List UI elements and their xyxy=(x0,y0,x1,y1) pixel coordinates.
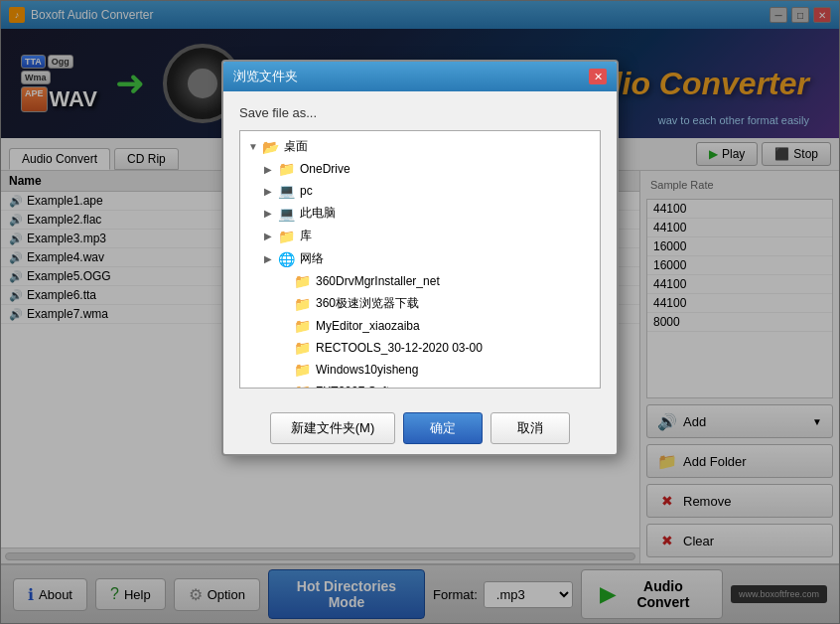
tree-label: ZXT2007 Software xyxy=(316,385,415,389)
folder-icon: 📁 xyxy=(294,318,311,334)
tree-item-desktop[interactable]: ▼ 📂 桌面 xyxy=(240,135,600,158)
tree-arrow: ▶ xyxy=(264,253,274,264)
tree-item-onedrive[interactable]: ▶ 📁 OneDrive xyxy=(240,158,600,180)
dialog-titlebar: 浏览文件夹 ✕ xyxy=(223,62,617,91)
library-icon: 📁 xyxy=(278,229,295,244)
folder-icon: 📁 xyxy=(294,384,311,389)
new-folder-button[interactable]: 新建文件夹(M) xyxy=(270,412,396,444)
tree-arrow: ▶ xyxy=(264,231,274,241)
dialog-overlay: 浏览文件夹 ✕ Save file as... ▼ 📂 桌面 ▶ 📁 xyxy=(0,0,840,624)
tree-label: 桌面 xyxy=(284,138,308,155)
tree-arrow: ▶ xyxy=(264,208,274,219)
ok-button[interactable]: 确定 xyxy=(403,412,483,444)
tree-item-360drv[interactable]: 📁 360DrvMgrInstaller_net xyxy=(240,270,600,292)
desktop-folder-icon: 📂 xyxy=(262,139,279,155)
browse-folder-dialog: 浏览文件夹 ✕ Save file as... ▼ 📂 桌面 ▶ 📁 xyxy=(221,60,619,456)
tree-scroll-container: ▼ 📂 桌面 ▶ 📁 OneDrive ▶ 💻 pc xyxy=(239,130,601,389)
tree-label: Windows10yisheng xyxy=(316,363,418,377)
file-tree[interactable]: ▼ 📂 桌面 ▶ 📁 OneDrive ▶ 💻 pc xyxy=(239,130,601,389)
dialog-body: Save file as... ▼ 📂 桌面 ▶ 📁 OneDrive xyxy=(223,91,617,402)
tree-label: MyEditor_xiaozaiba xyxy=(316,319,420,333)
cancel-button[interactable]: 取消 xyxy=(490,412,570,444)
tree-label: 库 xyxy=(300,228,312,244)
tree-label: 360极速浏览器下载 xyxy=(316,295,419,312)
dialog-subtitle: Save file as... xyxy=(239,105,601,120)
tree-item-library[interactable]: ▶ 📁 库 xyxy=(240,225,600,247)
tree-arrow: ▼ xyxy=(248,141,258,152)
tree-item-rectools[interactable]: 📁 RECTOOLS_30-12-2020 03-00 xyxy=(240,337,600,359)
tree-label: OneDrive xyxy=(300,162,350,176)
dialog-title: 浏览文件夹 xyxy=(233,68,298,85)
folder-icon: 📁 xyxy=(294,362,311,378)
folder-icon: 📁 xyxy=(294,273,311,289)
dialog-footer: 新建文件夹(M) 确定 取消 xyxy=(223,402,617,454)
tree-item-this-computer[interactable]: ▶ 💻 此电脑 xyxy=(240,202,600,225)
tree-item-network[interactable]: ▶ 🌐 网络 xyxy=(240,247,600,270)
tree-label: pc xyxy=(300,184,313,198)
folder-icon: 📁 xyxy=(294,296,311,312)
tree-item-pc[interactable]: ▶ 💻 pc xyxy=(240,180,600,202)
folder-icon: 📁 xyxy=(294,340,311,356)
tree-item-win10[interactable]: 📁 Windows10yisheng xyxy=(240,359,600,381)
tree-label: RECTOOLS_30-12-2020 03-00 xyxy=(316,341,483,355)
this-computer-icon: 💻 xyxy=(278,206,295,222)
tree-label: 360DrvMgrInstaller_net xyxy=(316,274,440,288)
tree-label: 网络 xyxy=(300,250,324,267)
dialog-close-button[interactable]: ✕ xyxy=(589,69,607,84)
tree-label: 此电脑 xyxy=(300,205,336,222)
tree-item-myeditor[interactable]: 📁 MyEditor_xiaozaiba xyxy=(240,315,600,337)
onedrive-icon: 📁 xyxy=(278,161,295,177)
tree-item-360browser[interactable]: 📁 360极速浏览器下载 xyxy=(240,292,600,315)
pc-icon: 💻 xyxy=(278,183,295,199)
tree-item-zxt2007[interactable]: 📁 ZXT2007 Software xyxy=(240,381,600,389)
tree-arrow: ▶ xyxy=(264,164,274,175)
tree-arrow: ▶ xyxy=(264,186,274,197)
network-icon: 🌐 xyxy=(278,251,295,267)
